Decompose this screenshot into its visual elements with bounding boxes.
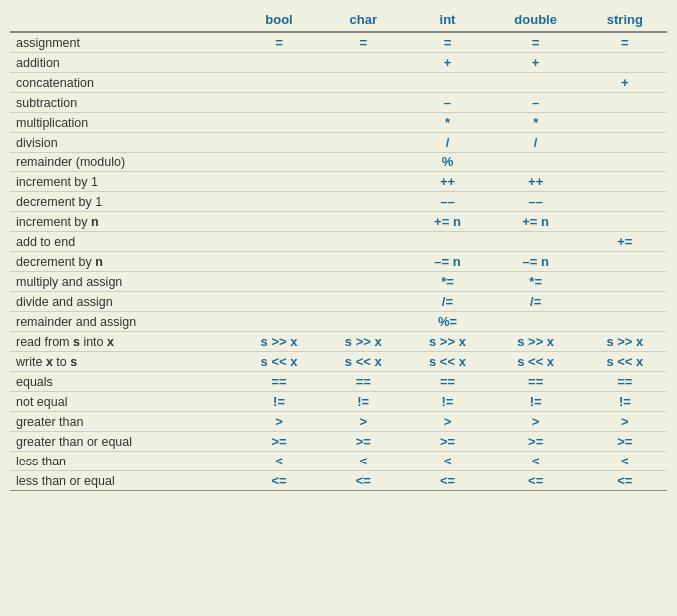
symbol-char-9 — [321, 212, 405, 232]
symbol-bool-12 — [237, 272, 321, 292]
symbol-double-18: != — [490, 392, 583, 412]
op-label-18: not equal — [10, 392, 237, 412]
symbol-bool-7 — [237, 172, 321, 192]
table-row: read from s into xs >> xs >> xs >> xs >>… — [10, 332, 667, 352]
symbol-string-5 — [583, 133, 667, 153]
symbol-string-22: <= — [583, 471, 667, 491]
symbol-char-22: <= — [321, 471, 405, 491]
symbol-string-11 — [583, 252, 667, 272]
symbol-bool-11 — [237, 252, 321, 272]
symbol-double-2 — [490, 73, 583, 93]
table-row: concatenation+ — [10, 73, 667, 93]
symbol-int-13: /= — [405, 292, 489, 312]
symbol-char-18: != — [321, 392, 405, 412]
symbol-double-1: + — [490, 53, 583, 73]
operators-table: bool char int double string assignment==… — [10, 8, 667, 491]
op-label-2: concatenation — [10, 73, 237, 93]
symbol-int-22: <= — [405, 471, 489, 491]
op-label-19: greater than — [10, 412, 237, 432]
symbol-string-10: += — [583, 232, 667, 252]
symbol-string-3 — [583, 93, 667, 113]
symbol-double-22: <= — [490, 471, 583, 491]
symbol-int-2 — [405, 73, 489, 93]
symbol-int-7: ++ — [405, 172, 489, 192]
symbol-char-1 — [321, 53, 405, 73]
op-label-4: multiplication — [10, 113, 237, 133]
symbol-char-4 — [321, 113, 405, 133]
symbol-char-11 — [321, 252, 405, 272]
op-label-10: add to end — [10, 232, 237, 252]
symbol-char-13 — [321, 292, 405, 312]
symbol-bool-6 — [237, 153, 321, 172]
header-string: string — [583, 8, 667, 32]
symbol-double-13: /= — [490, 292, 583, 312]
symbol-char-20: >= — [321, 432, 405, 452]
symbol-int-11: –= n — [405, 252, 489, 272]
symbol-double-20: >= — [490, 432, 583, 452]
symbol-double-6 — [490, 153, 583, 172]
symbol-string-15: s >> x — [583, 332, 667, 352]
table-row: increment by 1++++ — [10, 172, 667, 192]
symbol-bool-13 — [237, 292, 321, 312]
symbol-char-17: == — [321, 372, 405, 392]
op-label-7: increment by 1 — [10, 172, 237, 192]
symbol-double-17: == — [490, 372, 583, 392]
table-row: remainder and assign%= — [10, 312, 667, 332]
symbol-double-0: = — [490, 32, 583, 53]
op-label-16: write x to s — [10, 352, 237, 372]
symbol-string-18: != — [583, 392, 667, 412]
symbol-char-8 — [321, 192, 405, 212]
symbol-int-16: s << x — [405, 352, 489, 372]
symbol-char-2 — [321, 73, 405, 93]
symbol-double-8: –– — [490, 192, 583, 212]
symbol-int-21: < — [405, 452, 489, 471]
table-row: equals========== — [10, 372, 667, 392]
op-label-21: less than — [10, 452, 237, 471]
table-row: decrement by n–= n–= n — [10, 252, 667, 272]
symbol-bool-16: s << x — [237, 352, 321, 372]
symbol-char-15: s >> x — [321, 332, 405, 352]
symbol-double-11: –= n — [490, 252, 583, 272]
symbol-bool-9 — [237, 212, 321, 232]
table-row: multiplication** — [10, 113, 667, 133]
symbol-double-9: += n — [490, 212, 583, 232]
table-row: less than<<<<< — [10, 452, 667, 471]
symbol-bool-21: < — [237, 452, 321, 471]
header-operation — [10, 8, 237, 32]
op-label-12: multiply and assign — [10, 272, 237, 292]
table-row: greater than>>>>> — [10, 412, 667, 432]
header-int: int — [405, 8, 489, 32]
symbol-int-10 — [405, 232, 489, 252]
symbol-char-21: < — [321, 452, 405, 471]
symbol-int-8: –– — [405, 192, 489, 212]
table-row: write x to ss << xs << xs << xs << xs <<… — [10, 352, 667, 372]
main-container: bool char int double string assignment==… — [0, 0, 677, 499]
op-label-15: read from s into x — [10, 332, 237, 352]
symbol-double-7: ++ — [490, 172, 583, 192]
header-double: double — [490, 8, 583, 32]
op-label-0: assignment — [10, 32, 237, 53]
symbol-bool-17: == — [237, 372, 321, 392]
op-label-3: subtraction — [10, 93, 237, 113]
symbol-string-14 — [583, 312, 667, 332]
symbol-char-19: > — [321, 412, 405, 432]
symbol-char-0: = — [321, 32, 405, 53]
header-char: char — [321, 8, 405, 32]
op-label-14: remainder and assign — [10, 312, 237, 332]
symbol-int-18: != — [405, 392, 489, 412]
symbol-bool-19: > — [237, 412, 321, 432]
symbol-int-20: >= — [405, 432, 489, 452]
op-label-5: division — [10, 133, 237, 153]
symbol-bool-18: != — [237, 392, 321, 412]
symbol-int-17: == — [405, 372, 489, 392]
op-label-13: divide and assign — [10, 292, 237, 312]
table-row: addition++ — [10, 53, 667, 73]
table-row: remainder (modulo)% — [10, 153, 667, 172]
table-row: add to end+= — [10, 232, 667, 252]
symbol-int-5: / — [405, 133, 489, 153]
symbol-bool-3 — [237, 93, 321, 113]
symbol-char-14 — [321, 312, 405, 332]
table-row: subtraction–– — [10, 93, 667, 113]
symbol-int-9: += n — [405, 212, 489, 232]
symbol-int-0: = — [405, 32, 489, 53]
